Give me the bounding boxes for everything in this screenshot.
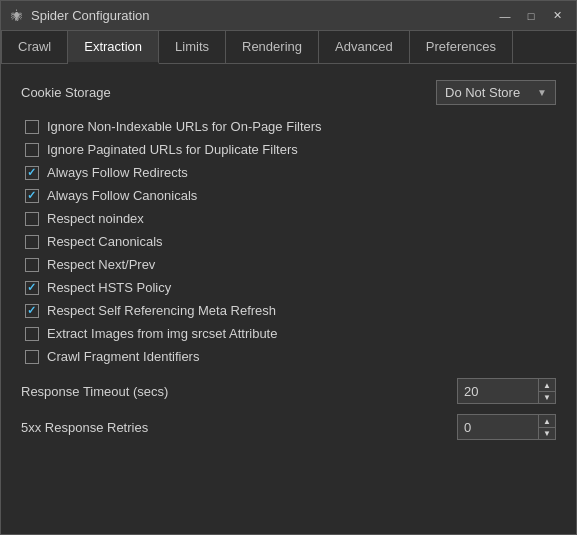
cookie-storage-value: Do Not Store: [445, 85, 520, 100]
tab-preferences[interactable]: Preferences: [410, 31, 513, 63]
tab-bar: Crawl Extraction Limits Rendering Advanc…: [1, 31, 576, 64]
checkbox-row-ignore-non-indexable: Ignore Non-Indexable URLs for On-Page Fi…: [21, 119, 556, 134]
respect-noindex-label[interactable]: Respect noindex: [47, 211, 144, 226]
ignore-paginated-label[interactable]: Ignore Paginated URLs for Duplicate Filt…: [47, 142, 298, 157]
always-follow-redirects-checkbox[interactable]: [25, 166, 39, 180]
5xx-retries-row: 5xx Response Retries ▲ ▼: [21, 414, 556, 440]
tab-crawl[interactable]: Crawl: [1, 31, 68, 63]
cookie-storage-label: Cookie Storage: [21, 85, 436, 100]
extract-images-label[interactable]: Extract Images from img srcset Attribute: [47, 326, 277, 341]
5xx-retries-input[interactable]: [458, 417, 538, 438]
ignore-non-indexable-label[interactable]: Ignore Non-Indexable URLs for On-Page Fi…: [47, 119, 322, 134]
window-title: Spider Configuration: [31, 8, 494, 23]
crawl-fragment-label[interactable]: Crawl Fragment Identifiers: [47, 349, 199, 364]
respect-next-prev-checkbox[interactable]: [25, 258, 39, 272]
always-follow-canonicals-label[interactable]: Always Follow Canonicals: [47, 188, 197, 203]
window-controls: — □ ✕: [494, 6, 568, 26]
respect-self-ref-label[interactable]: Respect Self Referencing Meta Refresh: [47, 303, 276, 318]
tab-extraction[interactable]: Extraction: [68, 31, 159, 64]
cookie-storage-dropdown[interactable]: Do Not Store ▼: [436, 80, 556, 105]
cookie-storage-row: Cookie Storage Do Not Store ▼: [21, 80, 556, 105]
title-bar: 🕷 Spider Configuration — □ ✕: [1, 1, 576, 31]
checkbox-row-respect-next-prev: Respect Next/Prev: [21, 257, 556, 272]
respect-next-prev-label[interactable]: Respect Next/Prev: [47, 257, 155, 272]
checkbox-row-respect-noindex: Respect noindex: [21, 211, 556, 226]
response-timeout-spin-buttons: ▲ ▼: [538, 379, 555, 403]
respect-hsts-label[interactable]: Respect HSTS Policy: [47, 280, 171, 295]
tab-advanced[interactable]: Advanced: [319, 31, 410, 63]
5xx-retries-decrement[interactable]: ▼: [539, 427, 555, 439]
response-timeout-increment[interactable]: ▲: [539, 379, 555, 391]
5xx-retries-increment[interactable]: ▲: [539, 415, 555, 427]
response-timeout-row: Response Timeout (secs) ▲ ▼: [21, 378, 556, 404]
checkbox-row-ignore-paginated: Ignore Paginated URLs for Duplicate Filt…: [21, 142, 556, 157]
close-button[interactable]: ✕: [546, 6, 568, 26]
dropdown-arrow-icon: ▼: [537, 87, 547, 98]
checkbox-row-extract-images: Extract Images from img srcset Attribute: [21, 326, 556, 341]
respect-canonicals-checkbox[interactable]: [25, 235, 39, 249]
respect-canonicals-label[interactable]: Respect Canonicals: [47, 234, 163, 249]
checkbox-row-respect-self-ref: Respect Self Referencing Meta Refresh: [21, 303, 556, 318]
always-follow-canonicals-checkbox[interactable]: [25, 189, 39, 203]
checkbox-row-respect-hsts: Respect HSTS Policy: [21, 280, 556, 295]
minimize-button[interactable]: —: [494, 6, 516, 26]
respect-hsts-checkbox[interactable]: [25, 281, 39, 295]
app-icon: 🕷: [9, 8, 25, 24]
5xx-retries-label: 5xx Response Retries: [21, 420, 457, 435]
response-timeout-label: Response Timeout (secs): [21, 384, 457, 399]
checkbox-row-always-follow-redirects: Always Follow Redirects: [21, 165, 556, 180]
checkbox-row-respect-canonicals: Respect Canonicals: [21, 234, 556, 249]
ignore-non-indexable-checkbox[interactable]: [25, 120, 39, 134]
checkbox-row-crawl-fragment: Crawl Fragment Identifiers: [21, 349, 556, 364]
tab-rendering[interactable]: Rendering: [226, 31, 319, 63]
response-timeout-spinbox: ▲ ▼: [457, 378, 556, 404]
ignore-paginated-checkbox[interactable]: [25, 143, 39, 157]
crawl-fragment-checkbox[interactable]: [25, 350, 39, 364]
respect-noindex-checkbox[interactable]: [25, 212, 39, 226]
extract-images-checkbox[interactable]: [25, 327, 39, 341]
respect-self-ref-checkbox[interactable]: [25, 304, 39, 318]
tab-limits[interactable]: Limits: [159, 31, 226, 63]
response-timeout-input[interactable]: [458, 381, 538, 402]
5xx-retries-spin-buttons: ▲ ▼: [538, 415, 555, 439]
5xx-retries-spinbox: ▲ ▼: [457, 414, 556, 440]
always-follow-redirects-label[interactable]: Always Follow Redirects: [47, 165, 188, 180]
response-timeout-decrement[interactable]: ▼: [539, 391, 555, 403]
checkbox-row-always-follow-canonicals: Always Follow Canonicals: [21, 188, 556, 203]
main-window: 🕷 Spider Configuration — □ ✕ Crawl Extra…: [0, 0, 577, 535]
tab-content: Cookie Storage Do Not Store ▼ Ignore Non…: [1, 64, 576, 534]
maximize-button[interactable]: □: [520, 6, 542, 26]
